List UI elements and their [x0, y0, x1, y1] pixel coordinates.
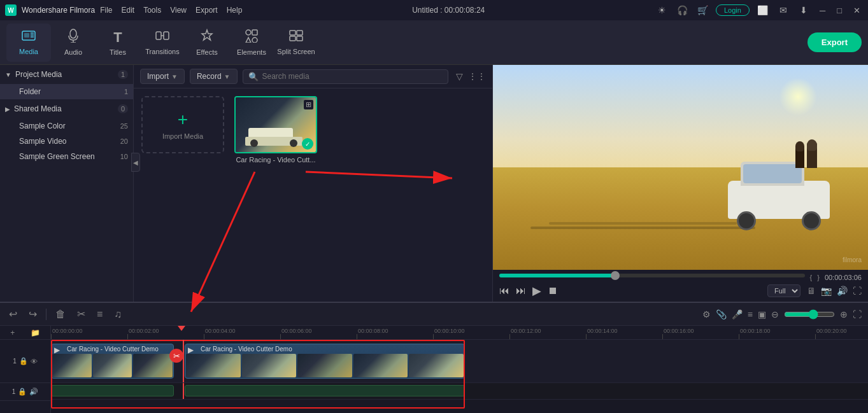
sample-green-screen-count: 10 — [120, 153, 128, 160]
video-clip-2[interactable]: ▶ Car Racing - Video Cutter Demo — [185, 344, 465, 379]
audio-lock-icon[interactable]: 🔒 — [18, 388, 27, 396]
collapse-arrow-icon: ▶ — [5, 106, 10, 113]
menu-help[interactable]: Help — [227, 6, 243, 15]
tool-media[interactable]: Media — [6, 24, 51, 62]
bookmark-icon[interactable]: ⬜ — [756, 3, 770, 17]
undo-button[interactable]: ↩ — [6, 307, 20, 321]
timecode-in: { — [810, 274, 813, 281]
media-icons: ▽ ⋮⋮ — [456, 71, 486, 81]
project-media-header[interactable]: ▼ Project Media 1 — [0, 65, 133, 84]
video-clip-1[interactable]: ▶ Car Racing - Video Cutter Demo — [51, 344, 174, 379]
resolution-select[interactable]: Full 1/2 1/4 — [767, 284, 800, 297]
fullscreen-icon[interactable]: ⛶ — [853, 286, 862, 296]
fullscreen-timeline-icon[interactable]: ⛶ — [853, 309, 862, 319]
lock-icon[interactable]: 🔒 — [19, 357, 28, 365]
tool-elements[interactable]: Elements — [229, 24, 274, 62]
toolbar-right: Export — [808, 32, 862, 52]
zoom-slider[interactable] — [784, 309, 835, 319]
screenshot-icon[interactable]: 📷 — [821, 286, 832, 296]
media-thumbnail: ⊞ ✓ — [234, 96, 317, 153]
cut-marker[interactable]: ✂ — [169, 349, 183, 363]
sample-color-label: Sample Color — [19, 122, 66, 130]
preview-progress-bar[interactable] — [499, 274, 805, 277]
settings-icon[interactable]: ⚙ — [702, 309, 711, 319]
menu-tools[interactable]: Tools — [143, 6, 161, 15]
audio-mute-icon[interactable]: 🔊 — [29, 388, 38, 396]
tool-splitscreen[interactable]: Split Screen — [274, 24, 318, 62]
track-controls: + 📁 1 🔒 👁 1 🔒 🔊 — [0, 326, 51, 413]
menu-export[interactable]: Export — [196, 6, 218, 15]
ruler-mark: 00:00:06:00 — [280, 328, 357, 339]
audio-waveform-button[interactable]: ♫ — [111, 307, 124, 321]
clip-thumbnails — [52, 353, 173, 378]
grid-icon[interactable]: ⋮⋮ — [468, 71, 486, 81]
close-button[interactable]: ✕ — [851, 6, 863, 15]
clip-icon[interactable]: 📎 — [716, 309, 727, 319]
mic-icon[interactable]: 🎤 — [732, 309, 743, 319]
media-selected-check: ✓ — [302, 138, 313, 150]
cut-button[interactable]: ✂ — [75, 307, 88, 321]
media-card-car-racing[interactable]: ⊞ ✓ Car Racing - Video Cutt... — [234, 96, 317, 164]
sidebar-item-sample-color[interactable]: Sample Color 25 — [0, 118, 133, 134]
delete-button[interactable]: 🗑 — [53, 307, 68, 321]
video-track-label: 1 🔒 👁 — [0, 340, 50, 383]
subtitle-icon[interactable]: ▣ — [758, 309, 766, 319]
tool-titles[interactable]: T Titles — [96, 24, 140, 62]
menu-view[interactable]: View — [170, 6, 187, 15]
tool-effects[interactable]: Effects — [185, 24, 229, 62]
track-folder-icon[interactable]: 📁 — [31, 328, 40, 337]
sidebar-item-sample-video[interactable]: Sample Video 20 — [0, 134, 133, 149]
play-button[interactable]: ▶ — [532, 284, 541, 298]
minimize-button[interactable]: ─ — [817, 6, 828, 15]
prev-frame-button[interactable]: ⏭ — [516, 285, 526, 297]
maximize-button[interactable]: □ — [834, 6, 844, 15]
svg-rect-18 — [297, 36, 302, 41]
export-button[interactable]: Export — [808, 32, 862, 52]
settings-icon[interactable]: ☀ — [655, 3, 669, 17]
import-media-card[interactable]: + Import Media — [141, 96, 224, 153]
adjust-button[interactable]: ≡ — [94, 307, 105, 321]
tool-transitions[interactable]: Transitions — [140, 24, 185, 62]
monitor-icon[interactable]: 🖥 — [807, 286, 816, 296]
titlebar-left: W Wondershare Filmora File Edit Tools Vi… — [5, 4, 242, 16]
sidebar-item-sample-green-screen[interactable]: Sample Green Screen 10 — [0, 149, 133, 164]
ruler-mark: 00:00:08:00 — [357, 328, 433, 339]
audio-clip-1[interactable] — [51, 385, 174, 396]
ruler-mark: 00:00:10:00 — [433, 328, 509, 339]
add-track-icon[interactable]: + — [10, 328, 15, 337]
svg-rect-9 — [164, 32, 169, 39]
sidebar-collapse-button[interactable]: ◀ — [131, 153, 134, 172]
volume-icon[interactable]: 🔊 — [837, 286, 848, 296]
media-panel: Import ▼ Record ▼ 🔍 ▽ ⋮⋮ + Import Media — [134, 65, 492, 302]
progress-thumb[interactable] — [611, 271, 620, 280]
svg-marker-13 — [246, 38, 251, 43]
download-icon[interactable]: ⬇ — [797, 3, 811, 17]
menu-edit[interactable]: Edit — [122, 6, 135, 15]
caption-icon[interactable]: ≡ — [748, 309, 753, 319]
svg-point-5 — [70, 29, 76, 38]
import-button[interactable]: Import ▼ — [140, 69, 185, 84]
redo-button[interactable]: ↪ — [26, 307, 39, 321]
titlebar-right: ☀ 🎧 🛒 Login ⬜ ✉ ⬇ ─ □ ✕ — [655, 3, 863, 17]
eye-icon[interactable]: 👁 — [31, 358, 38, 365]
headphone-icon[interactable]: 🎧 — [675, 3, 689, 17]
audio-clip-2[interactable] — [185, 385, 465, 396]
shared-media-header[interactable]: ▶ Shared Media 0 — [0, 99, 133, 118]
mail-icon[interactable]: ✉ — [776, 3, 790, 17]
filter-icon[interactable]: ▽ — [456, 71, 463, 81]
record-button[interactable]: Record ▼ — [190, 69, 238, 84]
ruler-mark: 00:00:02:00 — [127, 328, 204, 339]
tool-audio[interactable]: Audio — [51, 24, 96, 62]
progress-fill — [499, 274, 615, 277]
skip-back-button[interactable]: ⏮ — [499, 285, 509, 297]
search-input[interactable] — [262, 72, 443, 81]
cart-icon[interactable]: 🛒 — [695, 3, 709, 17]
stop-button[interactable]: ⏹ — [548, 285, 558, 297]
zoom-plus-icon[interactable]: ⊕ — [840, 309, 848, 319]
timeline: ↩ ↪ 🗑 ✂ ≡ ♫ ⚙ 📎 🎤 ≡ ▣ ⊖ ⊕ ⛶ + 📁 — [0, 302, 868, 413]
timeline-right-tools: ⚙ 📎 🎤 ≡ ▣ ⊖ ⊕ ⛶ — [702, 309, 862, 319]
zoom-minus-icon[interactable]: ⊖ — [771, 309, 779, 319]
menu-file[interactable]: File — [100, 6, 112, 15]
sidebar-item-folder[interactable]: Folder 1 — [0, 84, 133, 99]
login-button[interactable]: Login — [716, 4, 750, 16]
